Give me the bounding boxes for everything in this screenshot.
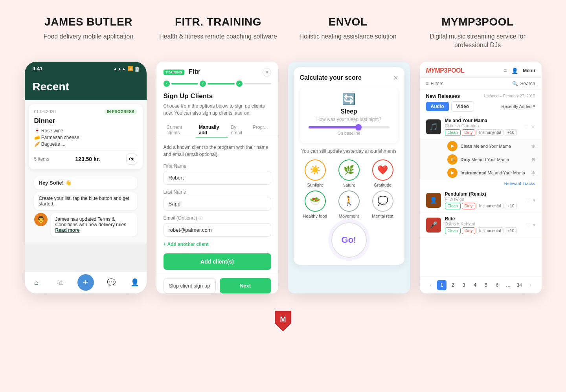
envol-sunlight[interactable]: ☀️ Sunlight [300,159,331,187]
movement-circle: 🚶 [338,191,360,212]
envol-modal-header: Calculate your score ✕ [300,74,398,82]
envol-card: Calculate your score ✕ 🔄 Sleep How was y… [288,62,410,293]
add-clean-icon[interactable]: ⊕ [531,143,535,149]
play-clean-button[interactable]: ▶ [447,141,458,151]
envol-close-button[interactable]: ✕ [393,74,398,82]
page-34-button[interactable]: 34 [515,280,524,290]
skip-button[interactable]: Skip client sign up [164,278,216,293]
relevant-tracks-link[interactable]: Relevant Tracks [420,180,542,188]
tag-clean-2[interactable]: Clean [445,203,461,209]
tag-instrumental-1[interactable]: Instrumental [476,129,504,136]
sleep-slider[interactable] [309,126,390,128]
sunlight-circle: ☀️ [305,159,326,181]
chevron-down-icon-3[interactable]: ▾ [533,222,535,228]
cart-icon[interactable]: 🛍 [126,154,137,165]
fitr-close-button[interactable]: ✕ [263,68,271,77]
next-button[interactable]: Next [220,278,271,293]
page-5-button[interactable]: 5 [481,280,491,290]
add-clients-button[interactable]: Add client(s) [164,253,271,270]
chat-nav-icon[interactable]: 💬 [105,276,118,289]
search-icon: 🔍 [512,81,518,86]
add-instrumental-icon[interactable]: ⊕ [531,170,535,176]
go-button[interactable]: Go! [331,222,367,258]
tag-dirty-3[interactable]: Dirty [462,227,476,234]
baseline-label: On baseline [305,131,393,136]
track-name-2: Pendulum (Remix) [445,191,522,197]
page-3-button[interactable]: 3 [459,280,469,290]
profile-nav-icon[interactable]: 👤 [129,276,141,289]
envol-nature[interactable]: 🌿 Nature [334,159,364,187]
fitr-subtitle: Health & fitness remote coaching softwar… [153,32,283,41]
first-name-input[interactable] [164,171,271,185]
add-another-link[interactable]: + Add another client [164,242,271,247]
recently-added[interactable]: Recently Added ▾ [501,104,535,109]
fitr-tab-manually[interactable]: Manually add [196,122,228,138]
add-dirty-icon[interactable]: ⊕ [531,157,535,162]
go-btn-wrapper: Go! [300,222,398,258]
order-title-1: Dinner [34,117,137,125]
tag-dirty-1[interactable]: Dirty [462,129,476,136]
add-nav-button[interactable]: + [77,274,94,291]
track-name-3: Ride [445,216,522,222]
fitr-tab-progr[interactable]: Progr... [250,122,271,138]
track-tags-1: Clean Dirty Instrumental +10 [445,129,520,136]
heart-icon-2[interactable]: ♡ [526,197,531,203]
fitr-tab-current[interactable]: Current clients [164,122,196,138]
filters-button[interactable]: ≡ Filters [426,81,444,86]
tag-more-3[interactable]: +10 [505,227,517,234]
mental-label: Mental rest [372,214,393,218]
mp3-logo-mp3pool: MP3POOL [435,67,465,74]
play-instrumental-button[interactable]: ▶ [447,168,458,178]
video-tab[interactable]: Video [451,101,474,112]
email-input[interactable] [164,223,271,237]
cards-row: 9:41 ▲▲▲ 📶 ▓ Recent 01.06.2020 IN PROGRE… [24,62,542,293]
tag-more-1[interactable]: +10 [505,129,517,136]
bag-nav-icon[interactable]: 🛍 [54,276,66,289]
fitr-tab-email[interactable]: By email [228,122,250,138]
pause-dirty-button[interactable]: ⏸ [447,154,458,165]
page-4-button[interactable]: 4 [470,280,480,290]
next-page-button[interactable]: › [526,280,535,290]
chevron-down-icon-2[interactable]: ▾ [533,198,535,203]
track-row-1: 🎵 Me and Your Mama Childish Gambino Clea… [420,115,542,139]
tag-clean-3[interactable]: Clean [445,227,461,234]
track-artist-3: Osiris ft Kehlani [445,222,522,226]
heart-icon-1[interactable]: ♡ [524,124,529,130]
page-2-button[interactable]: 2 [448,280,458,290]
tag-dirty-2[interactable]: Dirty [462,203,476,209]
envol-mental[interactable]: 💭 Mental rest [368,191,398,218]
search-area[interactable]: 🔍 Search [512,81,535,86]
tag-clean-1[interactable]: Clean [445,129,461,136]
heart-icon-3[interactable]: ♡ [526,222,531,228]
page-1-button[interactable]: 1 [437,280,447,290]
tag-more-2[interactable]: +10 [505,203,517,209]
prev-page-button[interactable]: ‹ [426,280,435,290]
fitr-top-bar: TRAINING Fitr ✕ [156,62,278,81]
mp3-header: MYMP3POOL ≡ 👤 Menu [420,62,542,78]
search-label: Search [520,81,535,86]
updated-label: Updated – February 27, 2019 [484,94,535,98]
remove-icon-1[interactable]: ✕ [531,124,535,130]
mp3-title: MYMP3POOL [413,16,542,28]
track-art-2: 👤 [426,193,441,208]
tag-instrumental-2[interactable]: Instrumental [476,203,504,209]
envol-food[interactable]: 🥗 Healthy food [300,191,331,218]
last-name-input[interactable] [164,197,271,211]
home-nav-icon[interactable]: ⌂ [30,276,43,289]
read-more-link[interactable]: Read more [55,227,80,233]
menu-label[interactable]: Menu [523,68,535,73]
mp3-search-row: ≡ Filters 🔍 Search [420,78,542,90]
envol-modal: Calculate your score ✕ 🔄 Sleep How was y… [294,67,404,265]
envol-gratitude[interactable]: ❤️ Gratitude [368,159,398,187]
envol-movement[interactable]: 🚶 Movement [334,191,364,218]
chevron-down-icon: ▾ [533,104,535,109]
fitr-section-title: Sign Up Clients [156,92,278,103]
tag-instrumental-3[interactable]: Instrumental [476,227,504,234]
page-6-button[interactable]: 6 [492,280,502,290]
go-text: Go! [342,235,357,245]
slider-fill [309,126,357,128]
pagination: ‹ 1 2 3 4 5 6 … 34 › [420,277,542,293]
order-item-baguette: 🥖 Baguette ... [34,141,137,147]
add-clients-btn-wrapper: Add client(s) [156,253,278,273]
audio-tab[interactable]: Audio [426,102,449,111]
